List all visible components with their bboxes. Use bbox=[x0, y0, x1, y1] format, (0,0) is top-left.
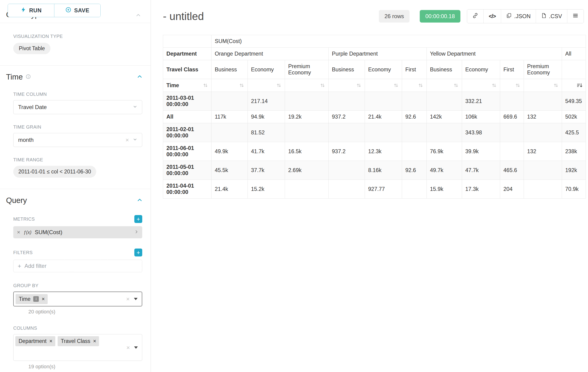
add-filter-plus-button[interactable]: + bbox=[134, 249, 142, 256]
metric-item[interactable]: × ƒ(x) SUM(Cost) bbox=[13, 226, 142, 238]
export-json-label: .JSON bbox=[514, 13, 531, 20]
value-cell: 549.35 bbox=[562, 92, 586, 111]
info-icon bbox=[26, 74, 31, 80]
time-controls: TIME COLUMN Travel Date TIME GRAIN month… bbox=[13, 92, 142, 178]
sort-icon[interactable] bbox=[239, 83, 244, 88]
query-section-header[interactable]: Query bbox=[6, 196, 143, 205]
value-cell: 21.4k bbox=[211, 180, 248, 199]
value-cell: 927.77 bbox=[365, 180, 402, 199]
select-right-controls: × bbox=[126, 345, 138, 351]
sort-icon[interactable] bbox=[320, 83, 325, 88]
value-cell bbox=[329, 92, 365, 111]
value-cell bbox=[524, 180, 562, 199]
metrics-label-row: METRICS + bbox=[13, 215, 142, 223]
sort-icon[interactable] bbox=[453, 83, 459, 88]
sort-icon[interactable] bbox=[356, 83, 361, 88]
export-csv-button[interactable]: .CSV bbox=[536, 10, 567, 23]
chart-menu-button[interactable] bbox=[567, 10, 584, 23]
columns-options-hint: 19 option(s) bbox=[28, 364, 142, 370]
group-by-tag-label: Time bbox=[19, 296, 31, 302]
copy-icon bbox=[506, 13, 512, 20]
value-cell bbox=[285, 123, 329, 142]
view-query-button[interactable]: </> bbox=[483, 10, 501, 23]
subcolumns-axis-label: Travel Class bbox=[163, 60, 211, 79]
group-by-select[interactable]: Time i × × bbox=[13, 292, 142, 307]
share-link-button[interactable] bbox=[467, 10, 483, 23]
columns-tag: Travel Class × bbox=[58, 336, 99, 346]
sort-icon[interactable] bbox=[276, 83, 282, 88]
pivot-corner-cell bbox=[163, 35, 211, 48]
value-cell: 204 bbox=[500, 180, 524, 199]
remove-tag-icon[interactable]: × bbox=[93, 339, 96, 344]
row-label: All bbox=[163, 111, 211, 123]
save-button-label: SAVE bbox=[74, 7, 89, 14]
value-cell: 937.2 bbox=[329, 142, 365, 161]
value-cell: 343.98 bbox=[462, 123, 500, 142]
caret-down-icon[interactable] bbox=[134, 345, 138, 350]
travel-class-header: Premium Economy bbox=[524, 60, 562, 79]
caret-down-icon[interactable] bbox=[134, 297, 137, 301]
column-sort-cell bbox=[365, 79, 402, 92]
sort-icon[interactable] bbox=[553, 83, 558, 88]
value-cell: 238k bbox=[562, 142, 586, 161]
value-cell: 106k bbox=[462, 111, 500, 123]
time-section-header[interactable]: Time bbox=[6, 73, 143, 81]
travel-class-header: Economy bbox=[365, 60, 402, 79]
value-cell bbox=[402, 142, 427, 161]
time-grain-label: TIME GRAIN bbox=[13, 124, 142, 130]
value-cell: 192k bbox=[562, 161, 586, 180]
value-cell: 465.6 bbox=[500, 161, 524, 180]
time-column-label: TIME COLUMN bbox=[13, 92, 142, 97]
collapse-section-icon[interactable] bbox=[136, 73, 143, 81]
value-cell: 37.7k bbox=[248, 161, 285, 180]
clear-icon[interactable]: × bbox=[126, 296, 130, 302]
sort-icon[interactable] bbox=[418, 83, 423, 88]
select-right-controls: × bbox=[126, 296, 137, 302]
value-cell: 39.9k bbox=[462, 142, 500, 161]
sort-icon[interactable] bbox=[393, 83, 399, 88]
chart-title[interactable]: - untitled bbox=[163, 10, 204, 22]
remove-metric-icon[interactable]: × bbox=[17, 230, 20, 235]
value-cell: 15.9k bbox=[427, 180, 462, 199]
run-button[interactable]: RUN bbox=[8, 4, 54, 17]
add-filter-button[interactable]: + Add filter bbox=[13, 260, 142, 272]
sort-icon[interactable] bbox=[515, 83, 520, 88]
plus-icon: + bbox=[18, 263, 21, 269]
row-label: 2011-06-01 00:00:00 bbox=[163, 142, 211, 161]
travel-class-header: First bbox=[402, 60, 427, 79]
chevron-right-icon[interactable] bbox=[134, 230, 138, 235]
export-csv-label: .CSV bbox=[549, 13, 562, 20]
filters-label-row: FILTERS + bbox=[13, 249, 142, 256]
visualization-type-value[interactable]: Pivot Table bbox=[13, 43, 51, 54]
sort-icon[interactable] bbox=[203, 83, 208, 88]
sort-desc-active-icon[interactable] bbox=[577, 83, 582, 88]
clear-icon[interactable]: × bbox=[126, 137, 129, 143]
time-column-select[interactable]: Travel Date bbox=[13, 100, 142, 114]
sort-icon[interactable] bbox=[492, 83, 497, 88]
column-sort-cell bbox=[285, 79, 329, 92]
clear-icon[interactable]: × bbox=[126, 345, 130, 351]
time-grain-select[interactable]: month × bbox=[13, 133, 142, 147]
value-cell: 41.7k bbox=[248, 142, 285, 161]
row-label: 2011-02-01 00:00:00 bbox=[163, 123, 211, 142]
code-icon: </> bbox=[489, 13, 496, 20]
column-sort-cell bbox=[462, 79, 500, 92]
plus-circle-icon bbox=[65, 7, 71, 14]
export-json-button[interactable]: .JSON bbox=[501, 10, 536, 23]
columns-tag-label: Department bbox=[19, 338, 46, 344]
save-button[interactable]: SAVE bbox=[54, 4, 101, 17]
collapse-section-icon[interactable] bbox=[136, 197, 143, 204]
value-cell: 17.3k bbox=[462, 180, 500, 199]
section-divider bbox=[0, 189, 151, 189]
chart-panel: - untitled 26 rows 00:00:00.18 </> .JSON bbox=[151, 0, 588, 372]
columns-select[interactable]: Department × Travel Class × × bbox=[13, 334, 142, 361]
time-range-value[interactable]: 2011-01-01 ≤ col < 2011-06-30 bbox=[13, 166, 96, 178]
remove-tag-icon[interactable]: × bbox=[42, 297, 45, 302]
remove-tag-icon[interactable]: × bbox=[49, 339, 52, 344]
value-cell: 92.6 bbox=[402, 161, 427, 180]
link-icon bbox=[472, 12, 478, 20]
sidebar-sticky-header: Chart Type RUN SAVE bbox=[0, 0, 151, 23]
chart-type-collapse-icon[interactable] bbox=[135, 12, 141, 19]
hamburger-menu-icon bbox=[572, 12, 578, 20]
add-metric-button[interactable]: + bbox=[134, 215, 142, 223]
